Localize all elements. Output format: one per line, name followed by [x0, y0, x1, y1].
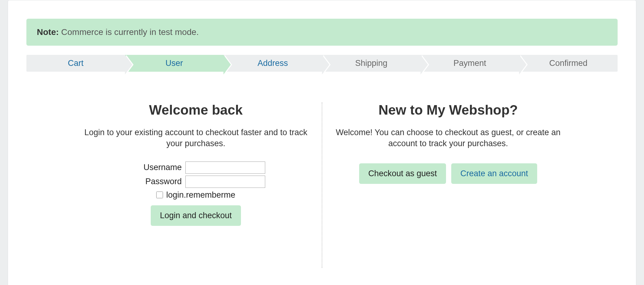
- column-divider: [322, 102, 322, 268]
- alert-message: Commerce is currently in test mode.: [61, 27, 199, 37]
- guest-heading: New to My Webshop?: [332, 102, 565, 118]
- step-address-label: Address: [258, 59, 288, 68]
- login-column: Welcome back Login to your existing acco…: [79, 102, 312, 228]
- username-label: Username: [126, 163, 182, 172]
- remember-checkbox[interactable]: [156, 192, 163, 198]
- checkout-progress: Cart User Address Shipping Payment Confi…: [26, 55, 618, 72]
- create-account-button[interactable]: Create an account: [451, 163, 537, 184]
- alert-prefix: Note:: [37, 27, 59, 37]
- step-address[interactable]: Address: [223, 55, 322, 72]
- login-lead: Login to your existing account to checko…: [79, 127, 312, 149]
- step-cart-label: Cart: [68, 59, 83, 68]
- remember-label: login.rememberme: [166, 190, 235, 200]
- guest-column: New to My Webshop? Welcome! You can choo…: [332, 102, 565, 186]
- step-user-label: User: [165, 59, 183, 68]
- remember-row: login.rememberme: [79, 190, 312, 200]
- login-checkout-button[interactable]: Login and checkout: [151, 205, 241, 226]
- step-confirmed-label: Confirmed: [549, 59, 588, 68]
- step-payment: Payment: [421, 55, 519, 72]
- password-label: Password: [126, 177, 182, 186]
- password-input[interactable]: [185, 176, 265, 188]
- step-user[interactable]: User: [125, 55, 223, 72]
- password-row: Password: [79, 176, 312, 188]
- step-shipping-label: Shipping: [355, 59, 387, 68]
- account-choice-columns: Welcome back Login to your existing acco…: [26, 90, 618, 268]
- username-input[interactable]: [185, 162, 265, 174]
- guest-lead: Welcome! You can choose to checkout as g…: [332, 127, 565, 149]
- checkout-guest-button[interactable]: Checkout as guest: [359, 163, 446, 184]
- step-payment-label: Payment: [453, 59, 486, 68]
- step-cart[interactable]: Cart: [26, 55, 125, 72]
- step-shipping: Shipping: [322, 55, 421, 72]
- step-confirmed: Confirmed: [519, 55, 618, 72]
- test-mode-alert: Note: Commerce is currently in test mode…: [26, 19, 618, 46]
- username-row: Username: [79, 162, 312, 174]
- checkout-page: Note: Commerce is currently in test mode…: [8, 0, 636, 285]
- login-heading: Welcome back: [79, 102, 312, 118]
